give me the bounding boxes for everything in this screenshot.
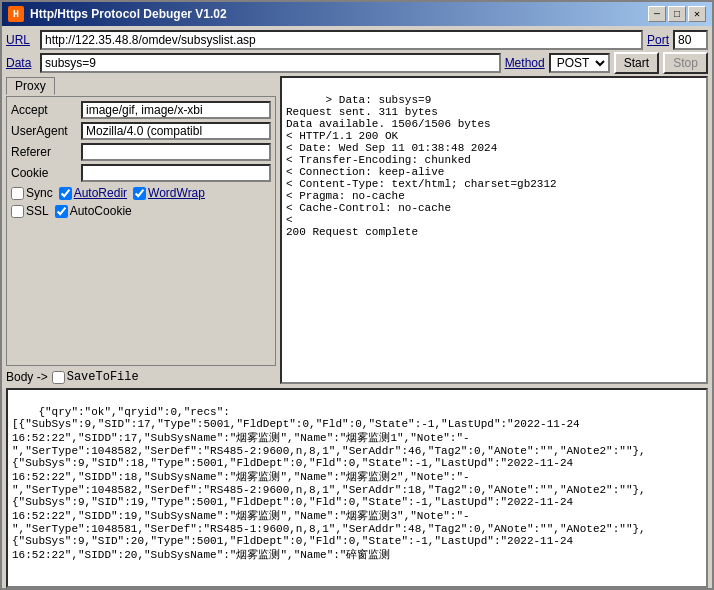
window-body: URL Port Data Method POST GET Start Stop… xyxy=(2,26,712,590)
useragent-row: UserAgent xyxy=(11,122,271,140)
referer-label: Referer xyxy=(11,145,81,159)
wordwrap-label: WordWrap xyxy=(148,186,205,200)
wordwrap-checkbox-label[interactable]: WordWrap xyxy=(133,186,205,200)
ssl-checkbox[interactable] xyxy=(11,205,24,218)
minimize-button[interactable]: ─ xyxy=(648,6,666,22)
tab-bar: Proxy xyxy=(6,76,276,94)
accept-row: Accept xyxy=(11,101,271,119)
proxy-groupbox: Accept UserAgent Referer Cookie xyxy=(6,96,276,366)
body-row: Body -> SaveToFile xyxy=(6,370,276,384)
title-bar: H Http/Https Protocol Debuger V1.02 ─ □ … xyxy=(2,2,712,26)
data-input[interactable] xyxy=(40,53,501,73)
data-row: Data Method POST GET Start Stop xyxy=(6,52,708,74)
sync-label: Sync xyxy=(26,186,53,200)
autoredir-checkbox[interactable] xyxy=(59,187,72,200)
autocookie-label: AutoCookie xyxy=(70,204,132,218)
url-label: URL xyxy=(6,33,36,47)
cookie-label: Cookie xyxy=(11,166,81,180)
sync-checkbox-label[interactable]: Sync xyxy=(11,186,53,200)
body-label: Body -> xyxy=(6,370,48,384)
data-content: {"qry":"ok","qryid":0,"recs": [{"SubSys"… xyxy=(12,406,646,561)
response-panel: > Data: subsys=9 Request sent. 311 bytes… xyxy=(280,76,708,384)
cookie-input[interactable] xyxy=(81,164,271,182)
app-icon: H xyxy=(8,6,24,22)
useragent-label: UserAgent xyxy=(11,124,81,138)
sync-checkbox[interactable] xyxy=(11,187,24,200)
accept-input[interactable] xyxy=(81,101,271,119)
left-panel: Proxy Accept UserAgent Referer xyxy=(6,76,276,384)
port-label: Port xyxy=(647,33,669,47)
data-panel: {"qry":"ok","qryid":0,"recs": [{"SubSys"… xyxy=(6,388,708,588)
maximize-button[interactable]: □ xyxy=(668,6,686,22)
port-input[interactable] xyxy=(673,30,708,50)
data-label: Data xyxy=(6,56,36,70)
ssl-label: SSL xyxy=(26,204,49,218)
proxy-tab[interactable]: Proxy xyxy=(6,77,55,95)
accept-label: Accept xyxy=(11,103,81,117)
cookie-row: Cookie xyxy=(11,164,271,182)
referer-row: Referer xyxy=(11,143,271,161)
panel-area: Proxy Accept UserAgent Referer xyxy=(6,76,708,384)
save-checkbox-label[interactable]: SaveToFile xyxy=(52,370,139,384)
title-bar-buttons: ─ □ ✕ xyxy=(648,6,706,22)
method-label: Method xyxy=(505,56,545,70)
autocookie-checkbox[interactable] xyxy=(55,205,68,218)
save-checkbox[interactable] xyxy=(52,371,65,384)
app-title: Http/Https Protocol Debuger V1.02 xyxy=(30,7,227,21)
close-button[interactable]: ✕ xyxy=(688,6,706,22)
checkbox-row-1: Sync AutoRedir WordWrap xyxy=(11,186,271,200)
wordwrap-checkbox[interactable] xyxy=(133,187,146,200)
autoredir-checkbox-label[interactable]: AutoRedir xyxy=(59,186,127,200)
method-select[interactable]: POST GET xyxy=(549,53,610,73)
useragent-input[interactable] xyxy=(81,122,271,140)
autoredir-label: AutoRedir xyxy=(74,186,127,200)
checkbox-row-2: SSL AutoCookie xyxy=(11,204,271,218)
referer-input[interactable] xyxy=(81,143,271,161)
title-bar-left: H Http/Https Protocol Debuger V1.02 xyxy=(8,6,227,22)
ssl-checkbox-label[interactable]: SSL xyxy=(11,204,49,218)
start-button[interactable]: Start xyxy=(614,52,659,74)
stop-button[interactable]: Stop xyxy=(663,52,708,74)
autocookie-checkbox-label[interactable]: AutoCookie xyxy=(55,204,132,218)
url-row: URL Port xyxy=(6,30,708,50)
url-input[interactable] xyxy=(40,30,643,50)
response-content: > Data: subsys=9 Request sent. 311 bytes… xyxy=(286,94,557,238)
save-label: SaveToFile xyxy=(67,370,139,384)
